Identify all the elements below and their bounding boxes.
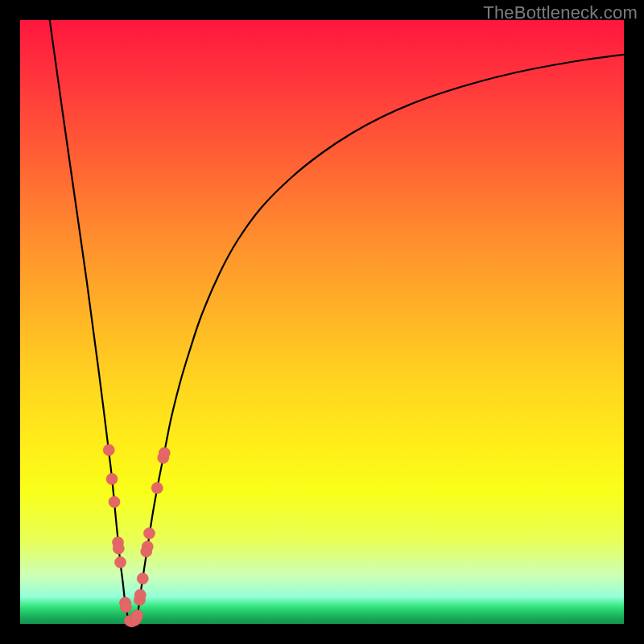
- chart-marker: [151, 482, 163, 493]
- chart-marker: [159, 448, 170, 459]
- chart-marker: [109, 497, 120, 508]
- watermark-text: TheBottleneck.com: [483, 2, 638, 23]
- chart-marker: [113, 543, 124, 554]
- chart-marker: [144, 528, 155, 539]
- chart-frame: TheBottleneck.com: [0, 0, 644, 644]
- chart-marker: [137, 573, 148, 584]
- chart-marker: [132, 610, 143, 621]
- chart-marker: [134, 589, 146, 601]
- chart-plot-area: [20, 20, 624, 624]
- chart-svg: [20, 20, 624, 624]
- bottleneck-curve: [50, 20, 624, 622]
- chart-marker: [141, 546, 152, 557]
- chart-marker: [115, 557, 126, 568]
- chart-marker: [120, 601, 131, 613]
- chart-marker: [103, 444, 114, 456]
- chart-marker: [106, 473, 118, 485]
